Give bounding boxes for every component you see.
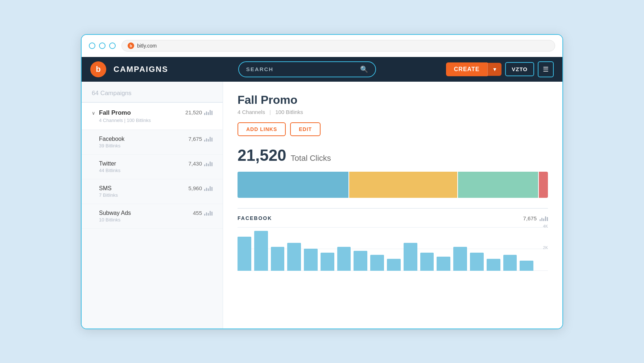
total-clicks-number: 21,520	[238, 146, 286, 164]
sms-clicks: 5,960	[188, 185, 202, 191]
chart-bar	[470, 253, 484, 271]
stacked-bar-chart	[238, 172, 548, 198]
bar-segment-facebook	[238, 172, 348, 198]
main-content: Fall Promo 4 Channels | 100 Bitlinks ADD…	[223, 82, 562, 329]
sms-bar-icon	[204, 185, 212, 191]
chart-bar	[453, 247, 467, 271]
channel-info-sms: SMS 7 Bitlinks	[99, 185, 118, 198]
chart-bar	[370, 255, 384, 271]
grid-label-2k: 2K	[543, 245, 548, 250]
add-links-button[interactable]: ADD LINKS	[238, 122, 286, 136]
chart-bar	[354, 251, 367, 271]
browser-dots	[89, 42, 116, 49]
total-clicks-display: 21,520 Total Clicks	[238, 146, 548, 164]
channel-name-twitter: Twitter	[99, 160, 120, 167]
edit-button[interactable]: EDIT	[290, 122, 321, 136]
app-body: 64 Campaigns ∨ Fall Promo 4 Channels | 1…	[82, 82, 562, 329]
channel-info-facebook: Facebook 39 Bitlinks	[99, 136, 124, 148]
campaign-meta: 4 Channels | 100 Bitlinks	[99, 118, 151, 123]
favicon: b	[128, 42, 134, 49]
channel-info-subway: Subway Ads 10 Bitlinks	[99, 210, 131, 223]
campaign-bar-chart-icon	[204, 109, 212, 115]
total-clicks-label: Total Clicks	[291, 154, 331, 163]
chart-bar	[287, 243, 301, 271]
campaign-item-left: ∨ Fall Promo 4 Channels | 100 Bitlinks	[92, 109, 151, 123]
app-header: b CAMPAIGNS 🔍 CREATE ▼ VZTO ☰	[82, 57, 562, 82]
campaign-item-header: ∨ Fall Promo 4 Channels | 100 Bitlinks 2…	[92, 109, 212, 123]
bar-segment-subway	[539, 172, 548, 198]
channel-item-subway[interactable]: Subway Ads 10 Bitlinks 455	[82, 204, 223, 229]
channel-stats-sms: 5,960	[188, 185, 212, 191]
browser-dot-2[interactable]	[99, 42, 106, 49]
grid-label-4k: 4K	[543, 224, 548, 228]
channel-stats-facebook: 7,675	[188, 136, 212, 142]
header-actions: CREATE ▼ VZTO ☰	[446, 61, 554, 77]
browser-chrome: b bitly.com	[82, 35, 562, 57]
facebook-bar-chart: 4K 2K	[238, 227, 548, 278]
user-button[interactable]: VZTO	[505, 62, 534, 76]
create-btn-group: CREATE ▼	[446, 62, 501, 76]
chart-bar	[337, 247, 351, 271]
chart-bar	[437, 257, 450, 271]
channel-stats-twitter: 7,430	[188, 160, 212, 167]
chart-bar	[503, 255, 517, 271]
twitter-clicks: 7,430	[188, 160, 202, 167]
campaign-bitlinks: 100 Bitlinks	[127, 118, 150, 123]
url-text: bitly.com	[137, 43, 157, 49]
channel-item-sms[interactable]: SMS 7 Bitlinks 5,960	[82, 179, 223, 204]
chart-bar	[487, 259, 500, 271]
chart-bar	[304, 249, 318, 271]
facebook-section-bar-icon	[540, 215, 548, 221]
search-bar-container: 🔍	[176, 61, 439, 77]
chart-bar	[520, 261, 533, 271]
chart-bars-container	[238, 231, 533, 271]
chart-bar	[420, 253, 434, 271]
chart-bar	[387, 259, 401, 271]
campaign-item[interactable]: ∨ Fall Promo 4 Channels | 100 Bitlinks 2…	[82, 103, 223, 130]
channel-meta-sms: 7 Bitlinks	[99, 192, 118, 198]
twitter-bar-icon	[204, 160, 212, 166]
chart-bar	[238, 237, 251, 271]
detail-channels: 4 Channels	[238, 109, 265, 115]
channel-name-subway: Subway Ads	[99, 210, 131, 216]
facebook-section-header: FACEBOOK 7,675	[238, 208, 548, 221]
app-logo: b	[90, 61, 106, 77]
subway-clicks: 455	[193, 210, 202, 216]
bar-segment-sms	[458, 172, 538, 198]
facebook-clicks: 7,675	[188, 136, 202, 142]
facebook-section-stats: 7,675	[523, 215, 548, 221]
detail-sep: |	[269, 109, 271, 115]
campaign-channels: 4 Channels	[99, 118, 123, 123]
facebook-section-clicks: 7,675	[523, 215, 537, 221]
bar-segment-twitter	[349, 172, 457, 198]
chart-bar	[271, 247, 285, 271]
campaigns-count: 64 Campaigns	[92, 90, 132, 97]
app-title: CAMPAIGNS	[113, 65, 168, 74]
create-button[interactable]: CREATE	[446, 62, 488, 76]
chart-bar	[404, 243, 417, 271]
channel-stats-subway: 455	[193, 210, 212, 216]
campaign-name: Fall Promo	[99, 109, 151, 117]
sidebar-header: 64 Campaigns	[82, 82, 223, 103]
menu-button[interactable]: ☰	[538, 61, 554, 77]
action-buttons: ADD LINKS EDIT	[238, 122, 548, 136]
address-bar[interactable]: b bitly.com	[121, 40, 555, 52]
facebook-bar-icon	[204, 136, 212, 142]
search-icon[interactable]: 🔍	[360, 65, 368, 73]
channel-meta-subway: 10 Bitlinks	[99, 217, 131, 223]
grid-line-4k: 4K	[238, 227, 548, 228]
channel-info-twitter: Twitter 44 Bitlinks	[99, 160, 120, 173]
channel-item-twitter[interactable]: Twitter 44 Bitlinks 7,430	[82, 155, 223, 179]
browser-dot-3[interactable]	[109, 42, 116, 49]
search-input[interactable]	[246, 66, 356, 72]
create-dropdown-button[interactable]: ▼	[487, 63, 501, 76]
campaign-info: Fall Promo 4 Channels | 100 Bitlinks	[99, 109, 151, 123]
channel-item-facebook[interactable]: Facebook 39 Bitlinks 7,675	[82, 130, 223, 155]
channel-meta-facebook: 39 Bitlinks	[99, 143, 124, 148]
channel-meta-twitter: 44 Bitlinks	[99, 168, 120, 173]
detail-bitlinks: 100 Bitlinks	[275, 109, 303, 115]
browser-dot-1[interactable]	[89, 42, 95, 49]
sidebar: 64 Campaigns ∨ Fall Promo 4 Channels | 1…	[82, 82, 223, 329]
browser-window: b bitly.com b CAMPAIGNS 🔍 CREATE ▼ VZTO …	[81, 34, 563, 329]
subway-bar-icon	[204, 210, 212, 216]
